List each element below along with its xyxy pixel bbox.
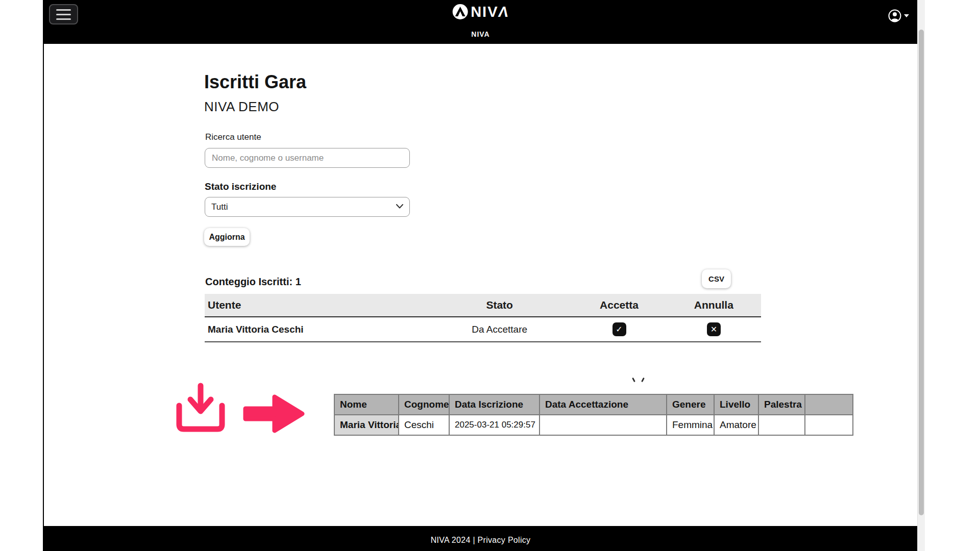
app-header: NIVΛ NIVA xyxy=(44,0,917,44)
registrants-table: Utente Stato Accetta Annulla Maria Vitto… xyxy=(205,294,761,342)
logo-circle-icon xyxy=(452,4,468,20)
column-header-annulla: Annulla xyxy=(667,294,761,316)
csv-cell-data-iscrizione: 2025-03-21 05:29:57 xyxy=(449,415,540,435)
csv-export-button[interactable]: CSV xyxy=(702,269,731,288)
chevron-down-icon xyxy=(904,14,909,17)
csv-col-data-iscrizione: Data Iscrizione xyxy=(449,394,540,415)
footer-text[interactable]: NIVA 2024 | Privacy Policy xyxy=(431,536,531,545)
csv-col-genere: Genere xyxy=(667,394,714,415)
status-select-wrap: Tutti xyxy=(205,197,410,217)
column-header-stato: Stato xyxy=(427,294,572,316)
csv-col-livello: Livello xyxy=(714,394,758,415)
csv-cell-genere: Femmina xyxy=(667,415,714,435)
screenshot-canvas: NIVΛ NIVA Iscritti Gara NIVA DEMO Ricerc… xyxy=(0,0,980,551)
csv-preview-table: Nome Cognome Data Iscrizione Data Accett… xyxy=(334,394,853,436)
logo-text: NIVΛ xyxy=(471,5,509,19)
arrow-right-icon xyxy=(242,391,306,437)
csv-col-data-accettazione: Data Accettazione xyxy=(540,394,667,415)
csv-col-palestra: Palestra xyxy=(758,394,805,415)
column-header-utente: Utente xyxy=(205,294,427,316)
accept-button[interactable]: ✓ xyxy=(612,322,626,336)
stray-mark xyxy=(632,378,635,382)
csv-cell-livello: Amatore xyxy=(714,415,758,435)
hamburger-icon xyxy=(56,9,71,20)
column-header-accetta: Accetta xyxy=(572,294,666,316)
x-icon: ✕ xyxy=(710,325,717,334)
csv-cell-nome: Maria Vittoria xyxy=(334,415,399,435)
check-icon: ✓ xyxy=(616,325,622,334)
registrant-count: Conteggio Iscritti: 1 xyxy=(205,276,301,288)
page-title: Iscritti Gara xyxy=(204,71,306,93)
search-label: Ricerca utente xyxy=(205,132,261,142)
csv-data-row: Maria Vittoria Ceschi 2025-03-21 05:29:5… xyxy=(334,415,853,435)
status-label: Stato iscrizione xyxy=(205,181,276,192)
csv-col-nome: Nome xyxy=(334,394,399,415)
search-input[interactable] xyxy=(205,148,410,168)
csv-header-row: Nome Cognome Data Iscrizione Data Accett… xyxy=(334,394,853,415)
scrollbar-thumb[interactable] xyxy=(919,30,924,515)
download-icon xyxy=(176,383,226,435)
cancel-button[interactable]: ✕ xyxy=(707,322,721,336)
csv-cell-palestra xyxy=(758,415,805,435)
page-subtitle: NIVA DEMO xyxy=(204,99,279,115)
csv-col-cognome: Cognome xyxy=(399,394,449,415)
registrant-row: Maria Vittoria Ceschi Da Accettare ✓ ✕ xyxy=(205,317,761,342)
cell-utente: Maria Vittoria Ceschi xyxy=(205,319,427,340)
csv-cell-extra xyxy=(805,415,853,435)
csv-cell-data-accettazione xyxy=(540,415,667,435)
logo[interactable]: NIVΛ xyxy=(452,4,509,20)
menu-button[interactable] xyxy=(49,4,78,24)
cell-annulla: ✕ xyxy=(667,317,761,341)
user-menu-button[interactable] xyxy=(888,9,909,22)
cell-accetta: ✓ xyxy=(572,317,666,341)
refresh-button[interactable]: Aggiorna xyxy=(204,228,250,246)
account-circle-icon xyxy=(888,9,901,22)
csv-cell-cognome: Ceschi xyxy=(399,415,449,435)
scrollbar[interactable] xyxy=(917,0,925,551)
csv-col-extra xyxy=(805,394,853,415)
nav-item-niva[interactable]: NIVA xyxy=(471,30,489,38)
status-select[interactable]: Tutti xyxy=(205,197,410,217)
registrants-table-header-row: Utente Stato Accetta Annulla xyxy=(205,294,761,317)
stray-mark xyxy=(641,378,645,382)
cell-stato: Da Accettare xyxy=(427,319,572,340)
app-footer: NIVA 2024 | Privacy Policy xyxy=(44,526,917,551)
browser-page: NIVΛ NIVA Iscritti Gara NIVA DEMO Ricerc… xyxy=(43,0,917,551)
